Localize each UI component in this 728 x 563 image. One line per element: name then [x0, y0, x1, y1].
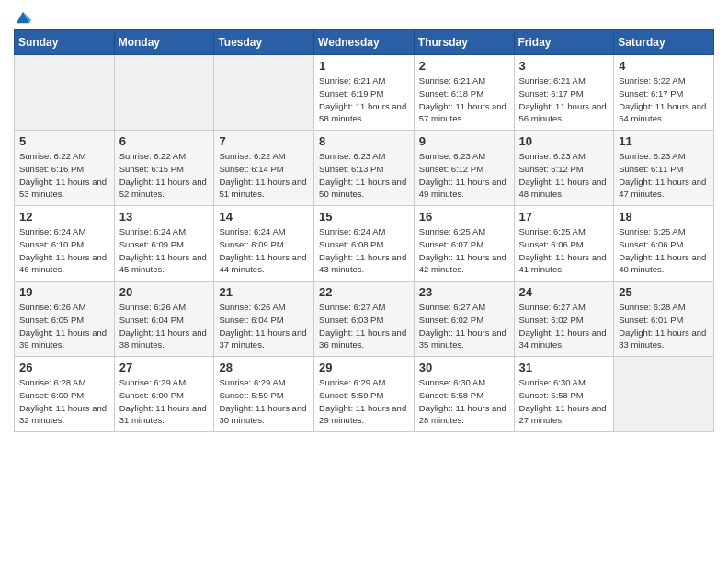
- day-info: Sunrise: 6:24 AMSunset: 6:09 PMDaylight:…: [219, 225, 309, 276]
- day-info: Sunrise: 6:27 AMSunset: 6:03 PMDaylight:…: [319, 301, 409, 351]
- day-number: 10: [519, 134, 609, 148]
- day-cell: 13Sunrise: 6:24 AMSunset: 6:09 PMDayligh…: [114, 206, 214, 282]
- day-number: 29: [319, 361, 409, 374]
- day-number: 20: [119, 285, 210, 299]
- day-info: Sunrise: 6:24 AMSunset: 6:10 PMDaylight:…: [19, 225, 109, 276]
- day-number: 9: [419, 134, 509, 148]
- day-number: 30: [419, 361, 509, 374]
- day-info: Sunrise: 6:30 AMSunset: 5:58 PMDaylight:…: [419, 376, 509, 427]
- day-cell: 17Sunrise: 6:25 AMSunset: 6:06 PMDayligh…: [514, 206, 614, 282]
- logo-icon: [15, 9, 31, 26]
- week-row-2: 5Sunrise: 6:22 AMSunset: 6:16 PMDaylight…: [15, 131, 714, 206]
- day-number: 23: [419, 285, 509, 299]
- day-number: 6: [119, 134, 210, 148]
- day-info: Sunrise: 6:21 AMSunset: 6:17 PMDaylight:…: [519, 75, 609, 125]
- day-number: 25: [619, 285, 709, 299]
- day-cell: [214, 55, 314, 131]
- day-cell: 11Sunrise: 6:23 AMSunset: 6:11 PMDayligh…: [614, 131, 714, 206]
- day-cell: 18Sunrise: 6:25 AMSunset: 6:06 PMDayligh…: [614, 206, 714, 282]
- day-cell: 22Sunrise: 6:27 AMSunset: 6:03 PMDayligh…: [314, 282, 415, 357]
- day-cell: 20Sunrise: 6:26 AMSunset: 6:04 PMDayligh…: [114, 282, 214, 357]
- weekday-sunday: Sunday: [15, 30, 115, 55]
- day-info: Sunrise: 6:22 AMSunset: 6:14 PMDaylight:…: [219, 150, 309, 201]
- week-row-3: 12Sunrise: 6:24 AMSunset: 6:10 PMDayligh…: [15, 206, 714, 282]
- day-cell: [114, 55, 214, 131]
- day-info: Sunrise: 6:21 AMSunset: 6:18 PMDaylight:…: [419, 75, 509, 125]
- day-cell: 3Sunrise: 6:21 AMSunset: 6:17 PMDaylight…: [514, 55, 614, 131]
- week-row-5: 26Sunrise: 6:28 AMSunset: 6:00 PMDayligh…: [15, 357, 714, 432]
- day-number: 24: [519, 285, 609, 299]
- weekday-thursday: Thursday: [414, 30, 514, 55]
- day-number: 15: [319, 210, 409, 224]
- day-cell: 30Sunrise: 6:30 AMSunset: 5:58 PMDayligh…: [414, 357, 514, 432]
- day-info: Sunrise: 6:23 AMSunset: 6:13 PMDaylight:…: [319, 150, 409, 201]
- day-cell: 10Sunrise: 6:23 AMSunset: 6:12 PMDayligh…: [514, 131, 614, 206]
- day-cell: 29Sunrise: 6:29 AMSunset: 5:59 PMDayligh…: [314, 357, 415, 432]
- day-cell: 5Sunrise: 6:22 AMSunset: 6:16 PMDaylight…: [15, 131, 115, 206]
- day-number: 21: [219, 285, 309, 299]
- day-number: 16: [419, 210, 509, 224]
- day-info: Sunrise: 6:27 AMSunset: 6:02 PMDaylight:…: [419, 301, 509, 351]
- day-info: Sunrise: 6:21 AMSunset: 6:19 PMDaylight:…: [319, 75, 409, 125]
- day-info: Sunrise: 6:30 AMSunset: 5:58 PMDaylight:…: [519, 376, 609, 427]
- day-number: 22: [319, 285, 409, 299]
- day-cell: 23Sunrise: 6:27 AMSunset: 6:02 PMDayligh…: [414, 282, 514, 357]
- day-info: Sunrise: 6:29 AMSunset: 6:00 PMDaylight:…: [119, 376, 210, 427]
- weekday-saturday: Saturday: [614, 30, 714, 55]
- day-info: Sunrise: 6:29 AMSunset: 5:59 PMDaylight:…: [319, 376, 409, 427]
- day-number: 2: [419, 59, 509, 73]
- day-cell: 6Sunrise: 6:22 AMSunset: 6:15 PMDaylight…: [114, 131, 214, 206]
- day-number: 12: [19, 210, 109, 224]
- day-number: 4: [619, 59, 709, 73]
- day-info: Sunrise: 6:24 AMSunset: 6:08 PMDaylight:…: [319, 225, 409, 276]
- day-info: Sunrise: 6:25 AMSunset: 6:07 PMDaylight:…: [419, 225, 509, 276]
- day-cell: 26Sunrise: 6:28 AMSunset: 6:00 PMDayligh…: [15, 357, 115, 432]
- day-info: Sunrise: 6:28 AMSunset: 6:01 PMDaylight:…: [619, 301, 709, 351]
- day-number: 3: [519, 59, 609, 73]
- day-cell: 21Sunrise: 6:26 AMSunset: 6:04 PMDayligh…: [214, 282, 314, 357]
- day-number: 7: [219, 134, 309, 148]
- day-number: 8: [319, 134, 409, 148]
- calendar: SundayMondayTuesdayWednesdayThursdayFrid…: [14, 29, 714, 432]
- day-info: Sunrise: 6:25 AMSunset: 6:06 PMDaylight:…: [619, 225, 709, 276]
- day-cell: 28Sunrise: 6:29 AMSunset: 5:59 PMDayligh…: [214, 357, 314, 432]
- day-info: Sunrise: 6:25 AMSunset: 6:06 PMDaylight:…: [519, 225, 609, 276]
- day-cell: 8Sunrise: 6:23 AMSunset: 6:13 PMDaylight…: [314, 131, 415, 206]
- day-info: Sunrise: 6:22 AMSunset: 6:17 PMDaylight:…: [619, 75, 709, 125]
- day-cell: 7Sunrise: 6:22 AMSunset: 6:14 PMDaylight…: [214, 131, 314, 206]
- day-cell: 25Sunrise: 6:28 AMSunset: 6:01 PMDayligh…: [614, 282, 714, 357]
- week-row-4: 19Sunrise: 6:26 AMSunset: 6:05 PMDayligh…: [15, 282, 714, 357]
- day-info: Sunrise: 6:26 AMSunset: 6:04 PMDaylight:…: [119, 301, 210, 351]
- day-number: 19: [19, 285, 109, 299]
- day-info: Sunrise: 6:24 AMSunset: 6:09 PMDaylight:…: [119, 225, 210, 276]
- day-cell: [15, 55, 115, 131]
- day-number: 11: [619, 134, 709, 148]
- day-cell: 19Sunrise: 6:26 AMSunset: 6:05 PMDayligh…: [15, 282, 115, 357]
- day-number: 26: [19, 361, 109, 374]
- day-number: 27: [119, 361, 210, 374]
- day-info: Sunrise: 6:28 AMSunset: 6:00 PMDaylight:…: [19, 376, 109, 427]
- day-number: 13: [119, 210, 210, 224]
- day-info: Sunrise: 6:27 AMSunset: 6:02 PMDaylight:…: [519, 301, 609, 351]
- day-cell: 12Sunrise: 6:24 AMSunset: 6:10 PMDayligh…: [15, 206, 115, 282]
- day-cell: 27Sunrise: 6:29 AMSunset: 6:00 PMDayligh…: [114, 357, 214, 432]
- day-cell: 9Sunrise: 6:23 AMSunset: 6:12 PMDaylight…: [414, 131, 514, 206]
- day-cell: 16Sunrise: 6:25 AMSunset: 6:07 PMDayligh…: [414, 206, 514, 282]
- day-number: 18: [619, 210, 709, 224]
- weekday-header-row: SundayMondayTuesdayWednesdayThursdayFrid…: [15, 30, 714, 55]
- day-cell: 1Sunrise: 6:21 AMSunset: 6:19 PMDaylight…: [314, 55, 415, 131]
- day-cell: 15Sunrise: 6:24 AMSunset: 6:08 PMDayligh…: [314, 206, 415, 282]
- page: SundayMondayTuesdayWednesdayThursdayFrid…: [0, 0, 728, 563]
- header: [14, 9, 714, 22]
- weekday-friday: Friday: [514, 30, 614, 55]
- day-cell: [614, 357, 714, 432]
- week-row-1: 1Sunrise: 6:21 AMSunset: 6:19 PMDaylight…: [15, 55, 714, 131]
- day-info: Sunrise: 6:22 AMSunset: 6:15 PMDaylight:…: [119, 150, 210, 201]
- weekday-tuesday: Tuesday: [214, 30, 314, 55]
- day-info: Sunrise: 6:23 AMSunset: 6:11 PMDaylight:…: [619, 150, 709, 201]
- day-cell: 31Sunrise: 6:30 AMSunset: 5:58 PMDayligh…: [514, 357, 614, 432]
- day-info: Sunrise: 6:22 AMSunset: 6:16 PMDaylight:…: [19, 150, 109, 201]
- day-number: 28: [219, 361, 309, 374]
- day-info: Sunrise: 6:29 AMSunset: 5:59 PMDaylight:…: [219, 376, 309, 427]
- day-number: 31: [519, 361, 609, 374]
